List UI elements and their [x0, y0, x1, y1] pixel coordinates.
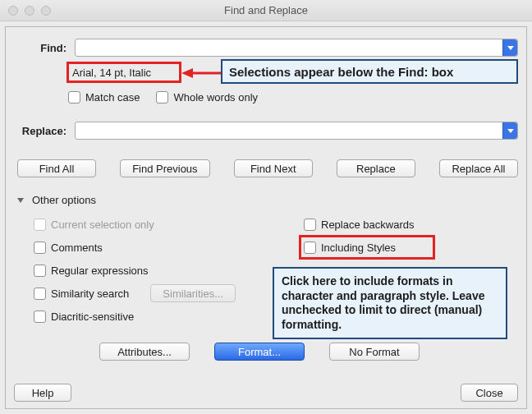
replace-all-button[interactable]: Replace All [439, 159, 518, 177]
replace-button[interactable]: Replace [337, 159, 415, 177]
format-button[interactable]: Format... [214, 343, 305, 361]
format-button-bar: Attributes... Format... No Format [99, 343, 518, 361]
find-dropdown-button[interactable] [502, 39, 517, 56]
similarity-label: Similarity search [51, 288, 129, 300]
whole-words-checkbox[interactable] [156, 91, 168, 104]
close-button[interactable]: Close [461, 384, 518, 402]
styles-annotation-callout: Click here to include formats in charact… [273, 267, 507, 339]
no-format-button[interactable]: No Format [329, 343, 420, 361]
find-input[interactable] [75, 39, 518, 57]
arrow-icon [181, 67, 222, 80]
find-annotation-callout: Selections appear below the Find: box [221, 59, 518, 84]
attributes-button[interactable]: Attributes... [99, 343, 190, 361]
replace-input[interactable] [75, 122, 518, 140]
similarities-button: Similarities... [150, 284, 236, 302]
disclosure-triangle-icon [17, 198, 24, 203]
titlebar: Find and Replace [0, 0, 532, 21]
find-all-button[interactable]: Find All [17, 159, 96, 177]
whole-words-label: Whole words only [173, 91, 258, 104]
replace-dropdown-button[interactable] [502, 122, 517, 139]
find-options-row: Match case Whole words only [68, 91, 526, 104]
diacritic-label: Diacritic-sensitive [51, 310, 134, 323]
format-summary-highlight: Arial, 14 pt, Italic [66, 62, 181, 83]
window-title: Find and Replace [0, 4, 532, 16]
match-case-checkbox[interactable] [68, 91, 80, 104]
find-previous-button[interactable]: Find Previous [120, 159, 209, 177]
dialog-frame: Find: Arial, 14 pt, Italic Selections ap… [5, 26, 527, 409]
comments-label: Comments [51, 242, 103, 254]
zoom-window-icon[interactable] [41, 6, 51, 16]
regex-checkbox[interactable] [34, 264, 46, 277]
including-styles-checkbox[interactable] [304, 242, 316, 254]
find-format-summary: Arial, 14 pt, Italic [69, 67, 151, 79]
current-selection-checkbox [34, 218, 46, 231]
find-label: Find: [6, 42, 75, 54]
help-button[interactable]: Help [14, 384, 71, 402]
find-row: Find: [6, 39, 518, 57]
other-options-header[interactable]: Other options [17, 194, 518, 206]
chevron-down-icon [507, 46, 514, 50]
find-next-button[interactable]: Find Next [234, 159, 313, 177]
match-case-label: Match case [85, 91, 140, 104]
current-selection-label: Current selection only [51, 218, 154, 231]
minimize-window-icon[interactable] [25, 6, 34, 16]
dialog-footer: Help Close [6, 384, 526, 402]
traffic-lights [8, 6, 51, 16]
svg-marker-1 [181, 68, 193, 78]
including-styles-label: Including Styles [321, 242, 396, 254]
action-button-bar: Find All Find Previous Find Next Replace… [17, 159, 518, 177]
similarity-checkbox[interactable] [34, 288, 46, 300]
comments-checkbox[interactable] [34, 242, 46, 254]
replace-backwards-label: Replace backwards [321, 218, 414, 231]
diacritic-checkbox[interactable] [34, 310, 46, 323]
replace-label: Replace: [6, 125, 75, 137]
find-annotation-text: Selections appear below the Find: box [229, 65, 453, 79]
close-window-icon[interactable] [8, 6, 18, 16]
regex-label: Regular expressions [51, 264, 149, 277]
other-options-section: Other options Current selection only Com… [17, 194, 518, 361]
styles-annotation-text: Click here to include formats in charact… [282, 274, 484, 331]
chevron-down-icon [507, 129, 514, 133]
other-options-label: Other options [32, 194, 96, 206]
replace-row: Replace: [6, 122, 518, 140]
replace-backwards-checkbox[interactable] [304, 218, 316, 231]
